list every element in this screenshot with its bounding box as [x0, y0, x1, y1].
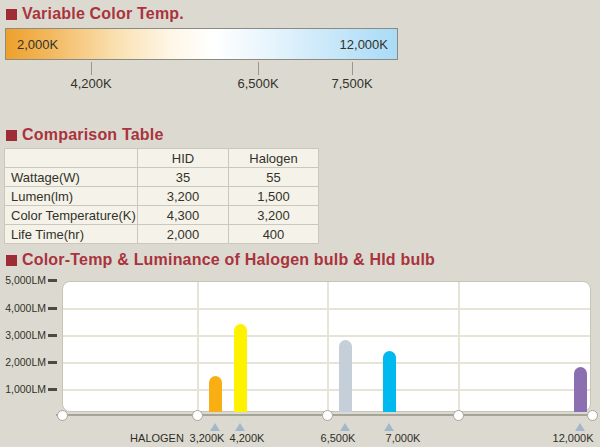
row-value-cell: 2,000	[138, 225, 229, 244]
infographic-root: Variable Color Temp. 2,000K 12,000K 4,20…	[0, 0, 600, 447]
axis-dot-icon	[322, 410, 333, 421]
section-bullet-icon	[6, 9, 17, 20]
row-value-cell: 3,200	[229, 206, 319, 225]
y-axis-tick-label: 4,000LM	[0, 302, 46, 314]
section-header-variable-color-temp: Variable Color Temp.	[6, 5, 184, 23]
chart-bar	[339, 340, 352, 412]
vertical-gridline	[327, 282, 329, 411]
row-value-cell: 400	[229, 225, 319, 244]
x-axis-label: 7,000K	[386, 432, 421, 444]
y-axis-tick-label: 3,000LM	[0, 329, 46, 341]
chart-plot-area	[62, 281, 591, 412]
row-value-cell: 1,500	[229, 187, 319, 206]
chart-bar	[574, 367, 587, 412]
table-row: Lumen(lm)3,2001,500	[5, 187, 319, 206]
row-label-cell: Wattage(W)	[5, 168, 138, 187]
gradient-tick-label: 4,200K	[70, 76, 111, 91]
gradient-tick-mark	[258, 62, 259, 75]
x-axis-label: HALOGEN	[130, 432, 184, 444]
x-axis-label: 12,000K	[553, 432, 594, 444]
y-axis-tick-mark	[48, 279, 57, 282]
chart-bar	[383, 351, 396, 412]
table-row: Color Temperature(K)4,3003,200	[5, 206, 319, 225]
triangle-marker-icon	[575, 423, 585, 431]
table-row: Life Time(hr)2,000400	[5, 225, 319, 244]
triangle-marker-icon	[235, 423, 245, 431]
row-value-cell: 3,200	[138, 187, 229, 206]
x-axis-label: 3,200K	[190, 432, 225, 444]
y-axis-tick-mark	[48, 361, 57, 364]
x-axis-label: 6,500K	[321, 432, 356, 444]
y-axis-tick-label: 5,000LM	[0, 274, 46, 286]
gradient-tick-mark	[352, 62, 353, 75]
row-label-cell: Color Temperature(K)	[5, 206, 138, 225]
table-header-row: HIDHalogen	[5, 149, 319, 168]
y-axis-tick-mark	[48, 334, 57, 337]
y-axis-tick-mark	[48, 388, 57, 391]
gradient-min-label: 2,000K	[17, 37, 58, 52]
vertical-gridline	[197, 282, 199, 411]
section-title: Comparison Table	[22, 126, 164, 144]
table-row: Wattage(W)3555	[5, 168, 319, 187]
gradient-tick-label: 7,500K	[331, 76, 372, 91]
gradient-max-label: 12,000K	[340, 37, 388, 52]
y-axis-tick-label: 2,000LM	[0, 356, 46, 368]
chart-bar	[209, 376, 222, 412]
section-title: Variable Color Temp.	[22, 5, 184, 23]
table-header-cell: HID	[138, 149, 229, 168]
row-label-cell: Life Time(hr)	[5, 225, 138, 244]
x-axis-label: 4,200K	[230, 432, 265, 444]
row-value-cell: 4,300	[138, 206, 229, 225]
chart-title: Color-Temp & Luminance of Halogen bulb &…	[22, 251, 435, 269]
table-header-empty-cell	[5, 149, 138, 168]
section-bullet-icon	[6, 255, 17, 266]
triangle-marker-icon	[340, 423, 350, 431]
comparison-table-body: HIDHalogenWattage(W)3555Lumen(lm)3,2001,…	[5, 149, 319, 244]
row-value-cell: 35	[138, 168, 229, 187]
section-bullet-icon	[6, 130, 17, 141]
chart-bar	[234, 324, 247, 412]
axis-dot-icon	[192, 410, 203, 421]
row-value-cell: 55	[229, 168, 319, 187]
axis-dot-icon	[57, 410, 68, 421]
y-axis-tick-mark	[48, 307, 57, 310]
y-axis-tick-label: 1,000LM	[0, 383, 46, 395]
gradient-tick-label: 6,500K	[237, 76, 278, 91]
gradient-tick-mark	[91, 62, 92, 75]
section-header-chart: Color-Temp & Luminance of Halogen bulb &…	[6, 251, 435, 269]
comparison-table: HIDHalogenWattage(W)3555Lumen(lm)3,2001,…	[4, 148, 319, 244]
color-temp-gradient-bar: 2,000K 12,000K	[5, 28, 398, 60]
axis-dot-icon	[453, 410, 464, 421]
vertical-gridline	[458, 282, 460, 411]
triangle-marker-icon	[384, 423, 394, 431]
table-header-cell: Halogen	[229, 149, 319, 168]
triangle-marker-icon	[210, 423, 220, 431]
section-header-comparison-table: Comparison Table	[6, 126, 164, 144]
axis-dot-icon	[587, 410, 598, 421]
row-label-cell: Lumen(lm)	[5, 187, 138, 206]
